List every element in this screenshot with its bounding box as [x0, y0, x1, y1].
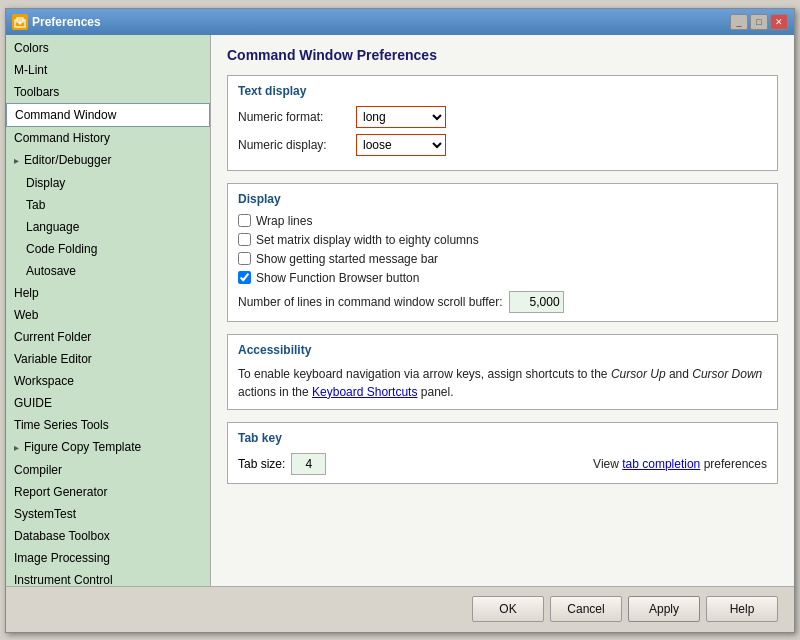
- sidebar-item-label: Editor/Debugger: [24, 153, 111, 167]
- help-button[interactable]: Help: [706, 596, 778, 622]
- numeric-format-label: Numeric format:: [238, 110, 348, 124]
- sidebar-item-label: Tab: [26, 198, 45, 212]
- sidebar-item-toolbars[interactable]: Toolbars: [6, 81, 210, 103]
- sidebar-item-label: Command History: [14, 131, 110, 145]
- scroll-buffer-input[interactable]: [509, 291, 564, 313]
- sidebar-item-code-folding[interactable]: Code Folding: [6, 238, 210, 260]
- sidebar-item-help[interactable]: Help: [6, 282, 210, 304]
- expand-arrow-icon: ▸: [14, 439, 24, 457]
- bottom-bar: OK Cancel Apply Help: [6, 586, 794, 632]
- sidebar: ColorsM-LintToolbarsCommand WindowComman…: [6, 35, 211, 586]
- sidebar-item-colors[interactable]: Colors: [6, 37, 210, 59]
- sidebar-item-editor-debugger[interactable]: ▸ Editor/Debugger: [6, 149, 210, 172]
- sidebar-item-tab[interactable]: Tab: [6, 194, 210, 216]
- sidebar-item-workspace[interactable]: Workspace: [6, 370, 210, 392]
- scroll-buffer-row: Number of lines in command window scroll…: [238, 291, 767, 313]
- maximize-button[interactable]: □: [750, 14, 768, 30]
- page-title: Command Window Preferences: [227, 47, 778, 65]
- function-browser-row: Show Function Browser button: [238, 271, 767, 285]
- apply-button[interactable]: Apply: [628, 596, 700, 622]
- sidebar-item-label: GUIDE: [14, 396, 52, 410]
- close-button[interactable]: ✕: [770, 14, 788, 30]
- tab-size-label: Tab size:: [238, 457, 285, 471]
- numeric-format-select[interactable]: long short short e long e hex: [356, 106, 446, 128]
- sidebar-item-display[interactable]: Display: [6, 172, 210, 194]
- sidebar-item-mlint[interactable]: M-Lint: [6, 59, 210, 81]
- sidebar-item-label: Command Window: [15, 108, 116, 122]
- sidebar-item-label: Colors: [14, 41, 49, 55]
- sidebar-item-label: Autosave: [26, 264, 76, 278]
- wrap-lines-checkbox[interactable]: [238, 214, 251, 227]
- sidebar-item-label: Instrument Control: [14, 573, 113, 586]
- cursor-up-text: Cursor Up: [611, 367, 666, 381]
- sidebar-item-label: Figure Copy Template: [24, 440, 141, 454]
- sidebar-item-label: SystemTest: [14, 507, 76, 521]
- accessibility-text-2: actions in the: [238, 385, 312, 399]
- matrix-display-row: Set matrix display width to eighty colum…: [238, 233, 767, 247]
- svg-point-2: [19, 21, 22, 24]
- function-browser-label: Show Function Browser button: [256, 271, 419, 285]
- sidebar-item-command-window[interactable]: Command Window: [6, 103, 210, 127]
- sidebar-item-time-series-tools[interactable]: Time Series Tools: [6, 414, 210, 436]
- tab-key-row: Tab size: View tab completion preference…: [238, 453, 767, 475]
- titlebar: Preferences _ □ ✕: [6, 9, 794, 35]
- minimize-button[interactable]: _: [730, 14, 748, 30]
- sidebar-item-current-folder[interactable]: Current Folder: [6, 326, 210, 348]
- display-section-label: Display: [238, 192, 767, 206]
- numeric-display-select[interactable]: loose compact: [356, 134, 446, 156]
- sidebar-item-label: Report Generator: [14, 485, 107, 499]
- getting-started-row: Show getting started message bar: [238, 252, 767, 266]
- sidebar-item-instrument-control[interactable]: Instrument Control: [6, 569, 210, 586]
- getting-started-checkbox[interactable]: [238, 252, 251, 265]
- sidebar-item-label: Help: [14, 286, 39, 300]
- accessibility-and: and: [666, 367, 693, 381]
- sidebar-item-label: Language: [26, 220, 79, 234]
- numeric-display-row: Numeric display: loose compact: [238, 134, 767, 156]
- sidebar-item-label: Toolbars: [14, 85, 59, 99]
- tab-completion-link[interactable]: tab completion: [622, 457, 700, 471]
- sidebar-item-variable-editor[interactable]: Variable Editor: [6, 348, 210, 370]
- sidebar-item-systemtest[interactable]: SystemTest: [6, 503, 210, 525]
- expand-arrow-icon: ▸: [14, 152, 24, 170]
- sidebar-item-label: Compiler: [14, 463, 62, 477]
- content-area: Command Window Preferences Text display …: [211, 35, 794, 586]
- sidebar-item-language[interactable]: Language: [6, 216, 210, 238]
- sidebar-item-guide[interactable]: GUIDE: [6, 392, 210, 414]
- sidebar-item-label: Time Series Tools: [14, 418, 109, 432]
- numeric-format-row: Numeric format: long short short e long …: [238, 106, 767, 128]
- sidebar-item-command-history[interactable]: Command History: [6, 127, 210, 149]
- matrix-display-checkbox[interactable]: [238, 233, 251, 246]
- scroll-buffer-label: Number of lines in command window scroll…: [238, 295, 503, 309]
- sidebar-item-image-processing[interactable]: Image Processing: [6, 547, 210, 569]
- sidebar-item-label: Current Folder: [14, 330, 91, 344]
- tab-size-input[interactable]: [291, 453, 326, 475]
- cursor-down-text: Cursor Down: [692, 367, 762, 381]
- wrap-lines-label: Wrap lines: [256, 214, 312, 228]
- display-section: Display Wrap lines Set matrix display wi…: [227, 183, 778, 322]
- ok-button[interactable]: OK: [472, 596, 544, 622]
- sidebar-item-label: Image Processing: [14, 551, 110, 565]
- function-browser-checkbox[interactable]: [238, 271, 251, 284]
- accessibility-text-1: To enable keyboard navigation via arrow …: [238, 367, 611, 381]
- accessibility-text: To enable keyboard navigation via arrow …: [238, 365, 767, 401]
- keyboard-shortcuts-link[interactable]: Keyboard Shortcuts: [312, 385, 417, 399]
- tab-completion-group: View tab completion preferences: [593, 457, 767, 471]
- sidebar-item-report-generator[interactable]: Report Generator: [6, 481, 210, 503]
- getting-started-label: Show getting started message bar: [256, 252, 438, 266]
- sidebar-item-label: Display: [26, 176, 65, 190]
- sidebar-item-label: Web: [14, 308, 38, 322]
- preferences-window: Preferences _ □ ✕ ColorsM-LintToolbarsCo…: [5, 8, 795, 633]
- sidebar-item-autosave[interactable]: Autosave: [6, 260, 210, 282]
- sidebar-item-figure-copy-template[interactable]: ▸ Figure Copy Template: [6, 436, 210, 459]
- window-controls: _ □ ✕: [730, 14, 788, 30]
- sidebar-item-label: Code Folding: [26, 242, 97, 256]
- wrap-lines-row: Wrap lines: [238, 214, 767, 228]
- matrix-display-label: Set matrix display width to eighty colum…: [256, 233, 479, 247]
- text-display-label: Text display: [238, 84, 767, 98]
- sidebar-item-compiler[interactable]: Compiler: [6, 459, 210, 481]
- window-title: Preferences: [32, 15, 726, 29]
- sidebar-item-web[interactable]: Web: [6, 304, 210, 326]
- cancel-button[interactable]: Cancel: [550, 596, 622, 622]
- sidebar-item-database-toolbox[interactable]: Database Toolbox: [6, 525, 210, 547]
- accessibility-label: Accessibility: [238, 343, 767, 357]
